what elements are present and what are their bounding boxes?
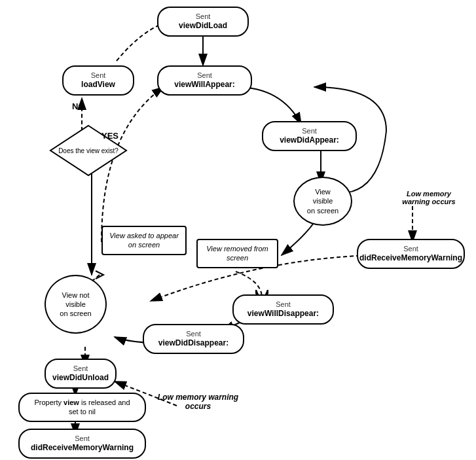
no-label: NO [72, 101, 85, 111]
propertyView-label: Property view is released andset to nil [34, 398, 130, 417]
viewWillAppear-sent-label: Sent [197, 71, 212, 80]
viewDidUnload-main: viewDidUnload [52, 373, 109, 383]
viewDidLoad-node: Sent viewDidLoad [157, 7, 249, 37]
didReceiveMemoryWarning2-sent: Sent [75, 434, 90, 443]
viewDidLoad-main-label: viewDidLoad [179, 21, 227, 31]
loadView-node: Sent loadView [62, 65, 134, 96]
didReceiveMemoryWarning2-main: didReceiveMemoryWarning [31, 443, 134, 453]
viewDidLoad-sent-label: Sent [196, 12, 211, 21]
diagram: Sent viewDidLoad Sent viewWillAppear: Se… [0, 0, 476, 460]
viewDidUnload-sent: Sent [73, 364, 88, 373]
loadView-main: loadView [81, 80, 115, 90]
viewWillAppear-main-label: viewWillAppear: [174, 80, 235, 90]
viewDidUnload-node: Sent viewDidUnload [45, 359, 117, 389]
yes-label: YES [101, 131, 119, 141]
loadView-sent: Sent [91, 71, 106, 80]
propertyView-node: Property view is released andset to nil [18, 393, 146, 422]
didReceiveMemoryWarning2-node: Sent didReceiveMemoryWarning [18, 429, 146, 459]
viewWillAppear-node: Sent viewWillAppear: [157, 65, 252, 96]
low-memory-warning-2-label: Low memory warning occurs [151, 393, 246, 411]
